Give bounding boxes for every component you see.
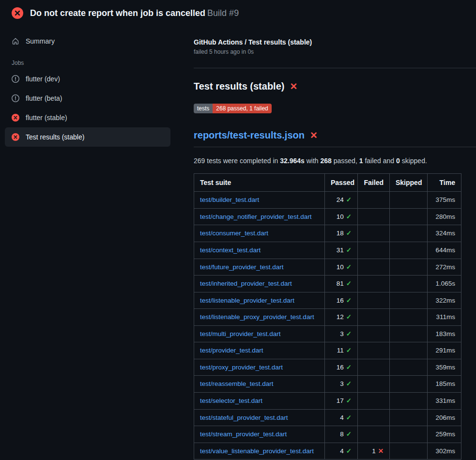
count-value: 31 (337, 246, 344, 254)
check-icon: ✓ (346, 430, 352, 438)
passed-count-cell: 8✓ (325, 426, 358, 443)
table-row: test/listenable_proxy_provider_test.dart… (194, 309, 461, 326)
test-suite-cell: test/multi_provider_test.dart (194, 325, 325, 342)
results-table-head: Test suitePassedFailedSkippedTime (194, 174, 461, 192)
summary-passed-count: 268 (321, 157, 332, 165)
check-icon: ✓ (346, 297, 352, 304)
test-suite-link[interactable]: test/listenable_proxy_provider_test.dart (200, 313, 314, 321)
count-value: 17 (337, 397, 344, 404)
sidebar: Summary Jobs flutter (dev)flutter (beta)… (0, 24, 194, 147)
sidebar-item-summary[interactable]: Summary (5, 31, 170, 51)
count-value: 8 (340, 430, 344, 438)
test-suite-link[interactable]: test/context_test.dart (200, 246, 261, 254)
check-run-title: Test results (stable) ✕ (194, 81, 476, 92)
test-suite-link[interactable]: test/consumer_test.dart (200, 230, 268, 237)
check-icon: ✓ (346, 397, 352, 404)
skipped-count-cell (390, 292, 428, 309)
test-suite-link[interactable]: test/inherited_provider_test.dart (200, 280, 292, 287)
test-suite-link[interactable]: test/stream_provider_test.dart (200, 430, 287, 438)
sidebar-job-label: flutter (stable) (26, 114, 67, 122)
sidebar-job-item[interactable]: flutter (beta) (5, 89, 170, 108)
build-failed-icon (12, 7, 23, 19)
test-suite-cell: test/inherited_provider_test.dart (194, 276, 325, 292)
test-time-cell: 324ms (428, 225, 461, 242)
test-suite-link[interactable]: test/value_listenable_provider_test.dart (200, 447, 314, 455)
skipped-count-cell (390, 426, 428, 443)
sidebar-job-label: flutter (dev) (26, 75, 60, 83)
table-row: test/multi_provider_test.dart3✓183ms (194, 325, 461, 342)
summary-text: skipped. (400, 157, 427, 165)
test-suite-cell: test/reassemble_test.dart (194, 376, 325, 393)
passed-count-cell: 12✓ (325, 309, 358, 326)
check-icon: ✓ (346, 213, 352, 220)
test-suite-cell: test/stateful_provider_test.dart (194, 409, 325, 426)
skipped-count-cell (390, 309, 428, 326)
passed-count-cell: 3✓ (325, 376, 358, 393)
test-time-cell: 1.065s (428, 276, 461, 292)
test-suite-cell: test/future_provider_test.dart (194, 259, 325, 276)
test-time-cell: 272ms (428, 259, 461, 276)
table-row: test/listenable_provider_test.dart16✓322… (194, 292, 461, 309)
page-layout: Summary Jobs flutter (dev)flutter (beta)… (0, 24, 476, 460)
report-file-link[interactable]: reports/test-results.json ✕ (194, 130, 476, 147)
test-suite-link[interactable]: test/stateful_provider_test.dart (200, 414, 288, 421)
passed-count-cell: 4✓ (325, 409, 358, 426)
test-suite-cell: test/selector_test.dart (194, 393, 325, 410)
table-row: test/consumer_test.dart18✓324ms (194, 225, 461, 242)
summary-skipped-count: 0 (396, 157, 400, 165)
skipped-count-cell (390, 443, 428, 460)
test-suite-link[interactable]: test/future_provider_test.dart (200, 263, 284, 271)
failed-count-cell (358, 359, 390, 376)
passed-count-cell: 24✓ (325, 192, 358, 209)
check-icon: ✓ (346, 280, 352, 287)
test-time-cell: 185ms (428, 376, 461, 393)
count-value: 10 (337, 213, 344, 220)
test-suite-cell: test/context_test.dart (194, 242, 325, 259)
check-run-title-text: Test results (stable) (194, 81, 284, 92)
passed-count-cell: 81✓ (325, 276, 358, 292)
passed-count-cell: 16✓ (325, 359, 358, 376)
failed-count-cell (358, 309, 390, 326)
passed-count-cell: 16✓ (325, 292, 358, 309)
test-suite-cell: test/stream_provider_test.dart (194, 426, 325, 443)
build-title-text: Do not create report when job is cancell… (30, 8, 205, 18)
test-suite-link[interactable]: test/reassemble_test.dart (200, 380, 274, 387)
skipped-count-cell (390, 208, 428, 225)
test-suite-link[interactable]: test/selector_test.dart (200, 397, 262, 404)
sidebar-job-item[interactable]: flutter (stable) (5, 108, 170, 127)
failed-count-cell: 1✕ (358, 443, 390, 460)
test-suite-link[interactable]: test/multi_provider_test.dart (200, 330, 281, 337)
failed-count-cell (358, 409, 390, 426)
test-time-cell: 280ms (428, 208, 461, 225)
table-row: test/selector_test.dart17✓331ms (194, 393, 461, 410)
test-suite-link[interactable]: test/builder_test.dart (200, 196, 259, 203)
skipped-count-cell (390, 242, 428, 259)
sidebar-job-item[interactable]: flutter (dev) (5, 69, 170, 89)
failed-count-cell (358, 292, 390, 309)
check-icon: ✓ (346, 330, 352, 337)
test-suite-cell: test/proxy_provider_test.dart (194, 359, 325, 376)
count-value: 81 (337, 280, 344, 287)
test-time-cell: 206ms (428, 409, 461, 426)
run-meta: failed 5 hours ago in 0s (194, 48, 476, 55)
test-suite-link[interactable]: test/proxy_provider_test.dart (200, 364, 283, 371)
table-header-row: Test suitePassedFailedSkippedTime (194, 174, 461, 192)
sidebar-job-item[interactable]: Test results (stable) (5, 127, 170, 147)
passed-count-cell: 10✓ (325, 259, 358, 276)
breadcrumb: GitHub Actions / Test results (stable) (194, 38, 476, 46)
test-suite-link[interactable]: test/change_notifier_provider_test.dart (200, 213, 311, 220)
skipped-count-cell (390, 376, 428, 393)
skipped-count-cell (390, 192, 428, 209)
test-suite-link[interactable]: test/listenable_provider_test.dart (200, 297, 294, 304)
check-icon: ✓ (346, 364, 352, 371)
test-suite-link[interactable]: test/provider_test.dart (200, 347, 263, 354)
table-row: test/builder_test.dart24✓375ms (194, 192, 461, 209)
skipped-count-cell (390, 325, 428, 342)
summary-text: with (305, 157, 321, 165)
test-suite-cell: test/listenable_proxy_provider_test.dart (194, 309, 325, 326)
sidebar-summary-label: Summary (26, 37, 55, 45)
column-header-skipped: Skipped (390, 174, 428, 192)
failed-count-cell (358, 192, 390, 209)
check-icon: ✓ (346, 380, 352, 387)
failed-count-cell (358, 325, 390, 342)
